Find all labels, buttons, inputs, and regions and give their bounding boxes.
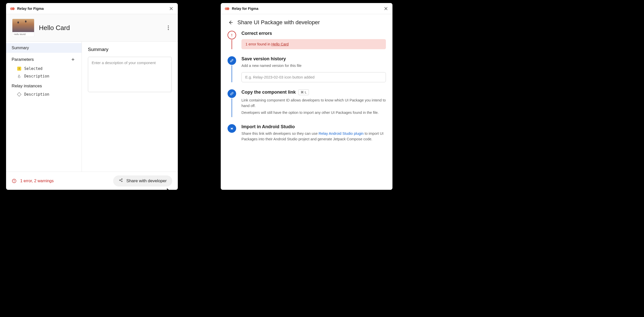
sidebar-item-instance-description[interactable]: Description [6, 91, 82, 98]
step-description-2: Developers will still have the option to… [241, 110, 386, 116]
sidebar-item-label: Description [24, 74, 49, 78]
step-save-version: Save version history Add a new named ver… [227, 56, 386, 89]
svg-point-12 [232, 36, 232, 36]
step-import-android: Import in Android Studio Share this link… [227, 124, 386, 144]
relay-main-window: Relay for Figma Hello World Hello Card S… [6, 3, 178, 190]
share-with-developer-button[interactable]: Share with developer [113, 175, 172, 187]
titlebar: Relay for Figma [221, 3, 392, 14]
relay-logo-icon [225, 6, 229, 11]
close-icon[interactable] [169, 6, 174, 11]
step-copy-link: Copy the component link ⌘ L Link contain… [227, 89, 386, 124]
svg-point-8 [121, 181, 122, 182]
version-name-input[interactable] [241, 72, 386, 82]
svg-point-14 [232, 128, 232, 129]
svg-point-7 [121, 179, 122, 179]
step-description: Share this link with developers so they … [241, 131, 386, 142]
step-subtitle: Add a new named version for this file [241, 63, 386, 69]
pencil-step-icon [228, 56, 236, 65]
add-parameter-icon[interactable]: + [70, 56, 76, 63]
relay-logo-icon [10, 6, 15, 11]
package-title: Hello Card [39, 24, 70, 32]
page-title: Share UI Package with developer [237, 19, 320, 26]
package-thumbnail: Hello World [12, 19, 34, 37]
step-title: Import in Android Studio [241, 124, 386, 129]
app-name: Relay for Figma [232, 7, 258, 11]
step-description-1: Link containing component ID allows deve… [241, 98, 386, 109]
error-circle-icon [12, 178, 17, 183]
sidebar-item-summary[interactable]: Summary [6, 43, 82, 53]
sidebar-item-param-selected[interactable]: ! Selected [6, 65, 82, 72]
more-options-icon[interactable] [165, 24, 172, 31]
thumbnail-caption: Hello World [12, 32, 34, 37]
main-panel: Summary [82, 42, 178, 172]
sidebar-section-relay-instances: Relay instances [6, 80, 82, 91]
svg-point-6 [119, 180, 120, 180]
thumbnail-image [12, 19, 34, 32]
relay-plugin-link[interactable]: Relay Android Studio plugin [318, 131, 363, 136]
share-header: Share UI Package with developer [221, 14, 392, 31]
instance-diamond-icon [17, 92, 21, 96]
panel-title: Summary [88, 47, 172, 52]
svg-line-9 [120, 179, 121, 180]
share-icon [119, 178, 123, 184]
sidebar-section-label: Relay instances [12, 84, 42, 89]
step-title: Correct errors [241, 31, 386, 36]
svg-point-13 [231, 128, 232, 129]
close-icon[interactable] [383, 6, 388, 11]
sidebar-section-label: Parameters [12, 57, 34, 62]
sidebar-section-parameters: Parameters + [6, 53, 82, 65]
back-arrow-icon[interactable] [227, 19, 234, 26]
error-banner: 1 error found in Hello Card [241, 39, 386, 49]
app-name: Relay for Figma [17, 7, 44, 11]
error-summary-text[interactable]: 1 error, 2 warnings [20, 179, 54, 183]
sidebar-item-label: Summary [12, 46, 29, 50]
tap-handler-icon [17, 74, 21, 78]
keyboard-shortcut: ⌘ L [298, 89, 309, 95]
error-banner-text: 1 error found in [245, 42, 271, 46]
step-title: Copy the component link [241, 90, 296, 95]
summary-textarea[interactable] [88, 57, 172, 92]
svg-point-0 [168, 25, 169, 27]
link-step-icon [228, 89, 236, 98]
sidebar-item-label: Selected [24, 66, 42, 71]
svg-point-5 [14, 181, 14, 182]
warning-badge-icon: ! [17, 67, 21, 71]
footer-bar: 1 error, 2 warnings Share with developer [6, 172, 178, 190]
relay-share-dialog: Relay for Figma Share UI Package with de… [221, 3, 392, 190]
sidebar: Summary Parameters + ! Selected Descript… [6, 42, 82, 172]
svg-point-1 [168, 27, 169, 28]
step-correct-errors: Correct errors 1 error found in Hello Ca… [227, 31, 386, 56]
share-button-label: Share with developer [126, 178, 167, 183]
steps-list: Correct errors 1 error found in Hello Ca… [221, 31, 392, 150]
sidebar-item-param-description[interactable]: Description [6, 72, 82, 80]
sidebar-item-label: Description [24, 92, 49, 97]
android-step-icon [228, 124, 236, 133]
svg-point-2 [168, 29, 169, 30]
svg-line-10 [120, 180, 121, 181]
error-banner-link[interactable]: Hello Card [271, 42, 289, 46]
titlebar: Relay for Figma [6, 3, 178, 14]
package-header: Hello World Hello Card [6, 14, 178, 42]
step-title: Save version history [241, 56, 386, 62]
error-step-icon [228, 31, 236, 39]
